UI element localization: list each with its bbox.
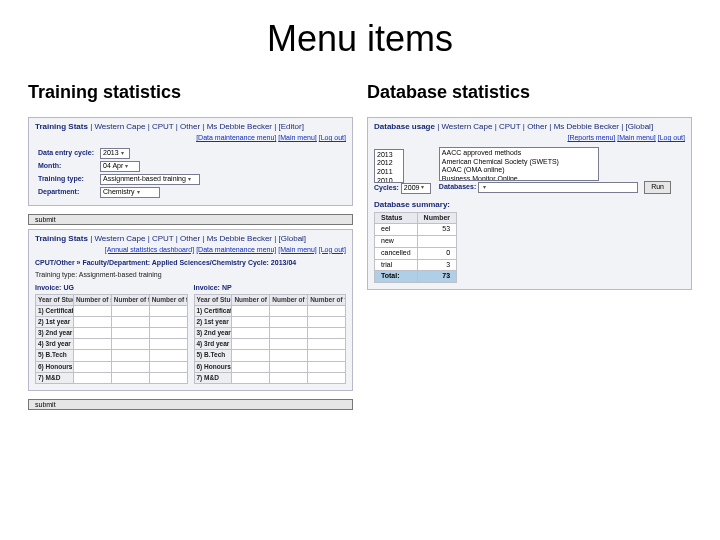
cell[interactable] (149, 372, 187, 383)
link-logout[interactable]: [Log out] (319, 134, 346, 141)
cell[interactable] (111, 350, 149, 361)
table-row: eel53 (375, 224, 457, 236)
cell[interactable] (232, 317, 270, 328)
submit-button-grid[interactable]: submit (28, 399, 353, 410)
cell[interactable] (232, 350, 270, 361)
list-item[interactable]: 2012 (377, 159, 401, 168)
cell[interactable] (270, 372, 308, 383)
cycle-label: Data entry cycle: (35, 147, 97, 160)
cell[interactable] (270, 339, 308, 350)
cell[interactable] (308, 339, 346, 350)
cell[interactable] (308, 328, 346, 339)
cell[interactable] (73, 328, 111, 339)
list-item[interactable]: AOAC (OMA online) (442, 166, 596, 175)
row-label: 4) 3rd year (194, 339, 232, 350)
table-row: 4) 3rd year (36, 339, 188, 350)
table-row: 1) Certificate (194, 305, 346, 316)
link-main-menu[interactable]: [Main menu] (617, 134, 656, 141)
panel-title: Training Stats (35, 122, 88, 131)
database-links: [Reports menu] [Main menu] [Log out] (374, 134, 685, 143)
cell[interactable] (111, 317, 149, 328)
databases-select[interactable] (478, 182, 638, 193)
cell[interactable] (73, 339, 111, 350)
table-row: 5) B.Tech (36, 350, 188, 361)
link-main-menu[interactable]: [Main menu] (278, 246, 317, 253)
list-item[interactable]: 2013 (377, 151, 401, 160)
panel-context: | Western Cape | CPUT | Other | Ms Debbi… (90, 234, 306, 243)
cell[interactable] (308, 350, 346, 361)
cell[interactable] (149, 350, 187, 361)
databases-listbox[interactable]: AACC approved methods American Chemical … (439, 147, 599, 181)
training-grid-title: Training Stats | Western Cape | CPUT | O… (35, 234, 346, 244)
cell[interactable] (232, 305, 270, 316)
department-select[interactable]: Chemistry (100, 187, 160, 198)
cell[interactable] (308, 361, 346, 372)
cell[interactable] (111, 305, 149, 316)
row-label: 6) Honours (36, 361, 74, 372)
cell[interactable] (73, 361, 111, 372)
panel-title: Database usage (374, 122, 435, 131)
cell[interactable] (232, 339, 270, 350)
cell[interactable] (270, 350, 308, 361)
left-heading: Training statistics (28, 82, 353, 103)
table-row: 2) 1st year (194, 317, 346, 328)
cycles-select[interactable]: 2009 (401, 183, 431, 194)
link-data-maintenance[interactable]: [Data maintenance menu] (196, 134, 276, 141)
list-item[interactable]: 2011 (377, 168, 401, 177)
cell[interactable] (308, 317, 346, 328)
link-logout[interactable]: [Log out] (319, 246, 346, 253)
cell[interactable] (111, 372, 149, 383)
cell[interactable] (270, 328, 308, 339)
table-row: 5) B.Tech (194, 350, 346, 361)
list-item[interactable]: 2010 (377, 177, 401, 183)
type-label: Training type: (35, 173, 97, 186)
link-reports-menu[interactable]: [Reports menu] (567, 134, 615, 141)
link-main-menu[interactable]: [Main menu] (278, 134, 317, 141)
cell[interactable] (149, 328, 187, 339)
cell[interactable] (111, 339, 149, 350)
link-logout[interactable]: [Log out] (658, 134, 685, 141)
list-item[interactable]: American Chemical Society (SWETS) (442, 158, 596, 167)
link-data-maintenance[interactable]: [Data maintenance menu] (196, 246, 276, 253)
cell[interactable] (73, 372, 111, 383)
cell[interactable] (270, 305, 308, 316)
cell[interactable] (308, 372, 346, 383)
cell[interactable] (111, 361, 149, 372)
panel-context: | Western Cape | CPUT | Other | Ms Debbi… (437, 122, 653, 131)
cell[interactable] (270, 317, 308, 328)
col-year: Year of Study (36, 294, 74, 305)
panel-context: | Western Cape | CPUT | Other | Ms Debbi… (90, 122, 304, 131)
col-trainees: Number of trainees (270, 294, 308, 305)
training-type-select[interactable]: Assignment-based training (100, 174, 200, 185)
table-row: cancelled0 (375, 247, 457, 259)
cell[interactable] (232, 372, 270, 383)
list-item[interactable]: AACC approved methods (442, 149, 596, 158)
cell[interactable] (149, 339, 187, 350)
status-cell: new (375, 236, 418, 248)
cell[interactable] (73, 350, 111, 361)
training-type-line: Training type: Assignment-based training (35, 271, 346, 280)
cycle-select[interactable]: 2013 (100, 148, 130, 159)
table-row: 3) 2nd year (36, 328, 188, 339)
cell[interactable] (149, 361, 187, 372)
cell[interactable] (149, 317, 187, 328)
breadcrumb: CPUT/Other » Faculty/Department: Applied… (35, 259, 346, 268)
cycles-listbox[interactable]: 2013 2012 2011 2010 (374, 149, 404, 183)
run-button[interactable]: Run (644, 181, 671, 194)
cell[interactable] (270, 361, 308, 372)
grid-left: Year of Study Number of sessions Number … (35, 294, 188, 384)
list-item[interactable]: Business Monitor Online (442, 175, 596, 181)
row-label: 2) 1st year (194, 317, 232, 328)
cell[interactable] (232, 328, 270, 339)
cell[interactable] (232, 361, 270, 372)
submit-button[interactable]: submit (28, 214, 353, 225)
cell[interactable] (111, 328, 149, 339)
training-grid-panel: Training Stats | Western Cape | CPUT | O… (28, 229, 353, 391)
link-dashboard[interactable]: [Annual statistics dashboard] (105, 246, 195, 253)
cell[interactable] (73, 305, 111, 316)
databases-label: Databases: (439, 183, 476, 190)
month-select[interactable]: 04 Apr (100, 161, 140, 172)
cell[interactable] (149, 305, 187, 316)
cell[interactable] (308, 305, 346, 316)
cell[interactable] (73, 317, 111, 328)
